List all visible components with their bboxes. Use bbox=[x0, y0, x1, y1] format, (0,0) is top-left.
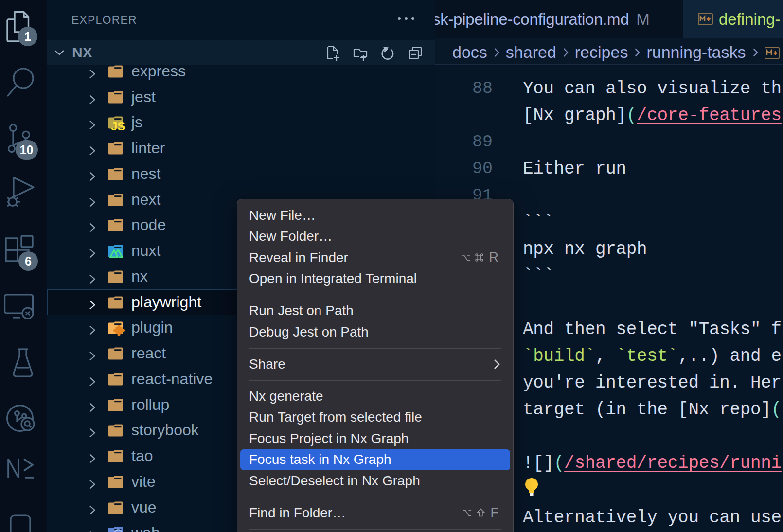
svg-text:JS: JS bbox=[111, 120, 125, 133]
